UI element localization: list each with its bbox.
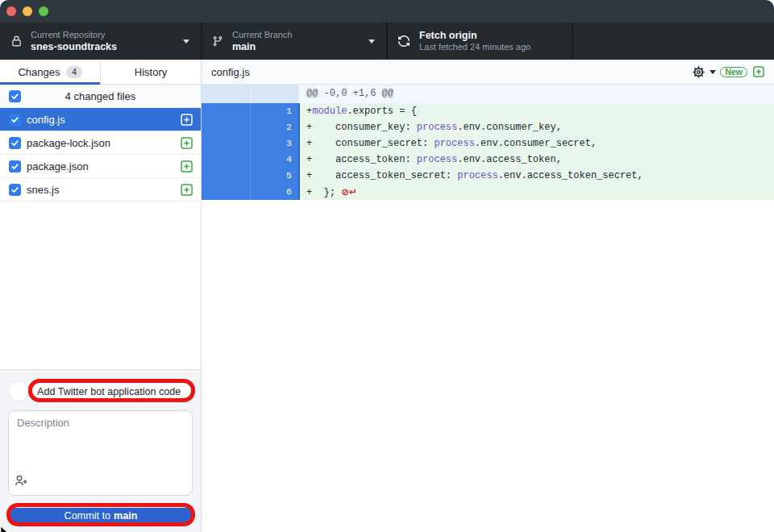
changed-files-list: config.js package-lock.json package.json… — [0, 108, 201, 202]
hunk-gutter-new — [251, 85, 300, 103]
commit-description-box[interactable]: Description — [8, 410, 193, 496]
diff-line-content: + consumer_secret: process.env.consumer_… — [300, 135, 774, 152]
fetch-origin-button[interactable]: Fetch origin Last fetched 24 minutes ago — [388, 23, 573, 60]
fetch-origin-subtitle: Last fetched 24 minutes ago — [419, 43, 531, 52]
lock-icon — [11, 35, 22, 48]
gear-icon — [693, 66, 705, 78]
diff-line[interactable]: 1 +module.exports = { — [202, 103, 774, 119]
tab-changes-label: Changes — [18, 66, 60, 78]
diff-gutter-new[interactable]: 1 — [251, 103, 300, 119]
diff-gutter-new[interactable]: 5 — [251, 168, 300, 184]
commit-panel: Description Commit to main — [0, 369, 201, 532]
diff-line-content: +module.exports = { — [300, 103, 774, 119]
file-checkbox[interactable] — [9, 184, 21, 196]
diff-line-content: + access_token_secret: process.env.acces… — [300, 168, 774, 184]
tab-changes[interactable]: Changes 4 — [0, 60, 101, 84]
diff-gutter-old[interactable] — [202, 119, 251, 135]
current-branch-button[interactable]: Current Branch main — [202, 23, 388, 60]
current-repository-button[interactable]: Current Repository snes-soundtracks — [0, 23, 202, 60]
changes-header-row: 4 changed files — [0, 85, 201, 108]
minimize-window-button[interactable] — [23, 6, 32, 16]
diff-header: config.js New — [202, 60, 774, 85]
description-placeholder: Description — [17, 417, 69, 429]
diff-line-content: + consumer_key: process.env.consumer_key… — [300, 119, 774, 135]
chevron-down-icon — [710, 70, 716, 74]
tab-history-label: History — [135, 66, 167, 78]
current-branch-label: Current Branch — [232, 31, 293, 39]
file-status-badge: New — [720, 67, 747, 77]
zoom-window-button[interactable] — [39, 6, 48, 16]
diff-panel: config.js New @@ -0,0 +1,6 @@ 1 +module — [202, 60, 774, 532]
diff-line-content: + access_token: process.env.access_token… — [300, 152, 774, 168]
hunk-gutter-old — [202, 85, 251, 103]
expand-diff-button[interactable] — [753, 66, 764, 77]
diff-line-content: + }; ⊘↵ — [300, 184, 774, 200]
diff-gutter-old[interactable] — [202, 103, 251, 119]
diff-gutter-old[interactable] — [202, 184, 251, 200]
select-all-checkbox[interactable] — [9, 90, 21, 102]
file-name: package.json — [27, 160, 89, 172]
tab-history[interactable]: History — [101, 60, 201, 84]
diff-gutter-new[interactable]: 3 — [251, 135, 300, 152]
diff-gutter-old[interactable] — [202, 135, 251, 152]
git-branch-icon — [212, 35, 223, 47]
file-name: config.js — [27, 114, 65, 126]
plus-square-icon[interactable] — [181, 114, 193, 126]
file-row[interactable]: package-lock.json — [0, 131, 201, 155]
plus-square-icon — [753, 66, 764, 77]
file-row[interactable]: snes.js — [0, 178, 201, 202]
app-window: Current Repository snes-soundtracks Curr… — [0, 0, 774, 532]
file-name: snes.js — [27, 184, 59, 196]
fetch-origin-title: Fetch origin — [419, 31, 531, 41]
chevron-down-icon — [368, 39, 375, 44]
file-checkbox[interactable] — [9, 160, 21, 172]
file-checkbox[interactable] — [9, 137, 21, 149]
commit-button-label: Commit to — [64, 510, 110, 522]
toolbar-spacer — [573, 23, 774, 60]
commit-summary-input[interactable] — [32, 384, 191, 399]
diff-gutter-new[interactable]: 2 — [251, 119, 300, 135]
plus-square-icon[interactable] — [181, 160, 193, 172]
changes-count-badge: 4 — [66, 66, 81, 78]
diff-line[interactable]: 5 + access_token_secret: process.env.acc… — [202, 168, 774, 184]
diff-options-button[interactable] — [693, 66, 716, 78]
diff-gutter-old[interactable] — [202, 168, 251, 184]
diff-body: @@ -0,0 +1,6 @@ 1 +module.exports = { 2 … — [202, 85, 774, 200]
sync-icon — [397, 35, 410, 48]
diff-line[interactable]: 4 + access_token: process.env.access_tok… — [202, 152, 774, 168]
changed-files-count: 4 changed files — [0, 90, 201, 102]
diff-gutter-old[interactable] — [202, 152, 251, 168]
close-window-button[interactable] — [6, 6, 16, 16]
sidebar-tabs: Changes 4 History — [0, 60, 201, 85]
diff-line[interactable]: 2 + consumer_key: process.env.consumer_k… — [202, 119, 774, 135]
hunk-header-text: @@ -0,0 +1,6 @@ — [300, 85, 774, 103]
avatar — [8, 380, 29, 401]
hunk-header-row: @@ -0,0 +1,6 @@ — [202, 85, 774, 103]
diff-gutter-new[interactable]: 6 — [251, 184, 300, 200]
diff-line[interactable]: 3 + consumer_secret: process.env.consume… — [202, 135, 774, 152]
plus-square-icon[interactable] — [181, 184, 193, 196]
current-repository-value: snes-soundtracks — [31, 42, 117, 52]
chevron-down-icon — [183, 39, 189, 44]
plus-square-icon[interactable] — [181, 137, 193, 149]
current-repository-label: Current Repository — [31, 31, 117, 39]
mouse-cursor — [0, 526, 11, 532]
commit-button-branch: main — [114, 510, 137, 522]
diff-gutter-new[interactable]: 4 — [251, 152, 300, 168]
file-row[interactable]: package.json — [0, 155, 201, 178]
commit-button[interactable]: Commit to main — [10, 508, 191, 523]
file-name: package-lock.json — [27, 137, 110, 149]
file-row[interactable]: config.js — [0, 108, 201, 131]
titlebar — [0, 0, 774, 23]
current-branch-value: main — [232, 42, 293, 52]
diff-line[interactable]: 6 + }; ⊘↵ — [202, 184, 774, 200]
toolbar: Current Repository snes-soundtracks Curr… — [0, 23, 774, 60]
add-coauthor-icon[interactable] — [15, 474, 28, 490]
diff-file-name: config.js — [211, 66, 250, 78]
file-checkbox[interactable] — [9, 114, 21, 126]
